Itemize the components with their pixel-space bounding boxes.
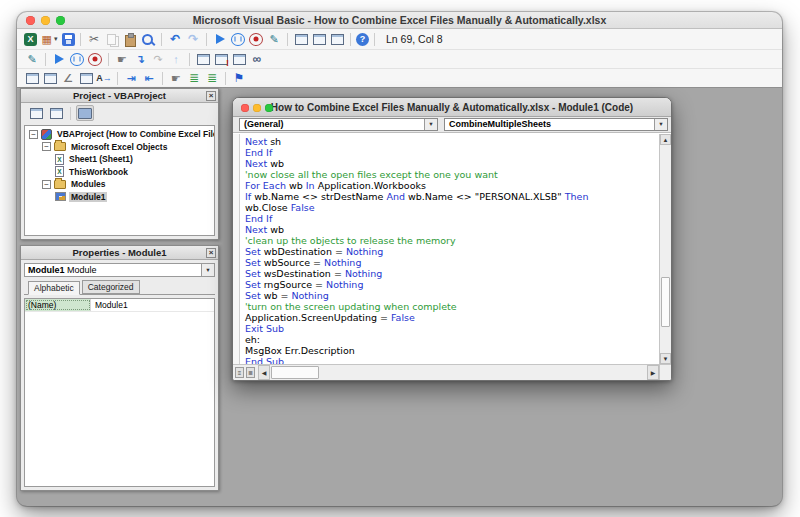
code-line: Set wbDestination = Nothing	[245, 246, 659, 257]
comment-block-icon[interactable]: ≣	[186, 71, 202, 86]
design-mode-icon[interactable]: ✎	[24, 52, 40, 67]
find-icon[interactable]	[140, 32, 156, 47]
expander-icon[interactable]: −	[42, 180, 51, 189]
quick-info-icon[interactable]: ∠	[60, 71, 76, 86]
break-icon[interactable]	[230, 32, 246, 47]
quick-watch-icon[interactable]: ∞	[249, 52, 265, 67]
expander-icon[interactable]: −	[42, 142, 51, 151]
uncomment-block-icon[interactable]: ≣	[204, 71, 220, 86]
view-excel-icon[interactable]: X	[24, 33, 37, 46]
close-button[interactable]	[26, 16, 35, 25]
outdent-icon[interactable]: ⇤	[141, 71, 157, 86]
redo-icon[interactable]: ↷	[185, 32, 201, 47]
tree-item[interactable]: −Modules	[25, 178, 214, 191]
step-out-icon[interactable]: ↑	[168, 52, 184, 67]
object-browser-icon[interactable]	[329, 32, 345, 47]
object-selector-dropdown[interactable]: Module1 Module ▼	[24, 263, 215, 277]
project-panel-toolbar	[21, 103, 218, 123]
properties-panel-titlebar[interactable]: Properties - Module1 ×	[21, 246, 218, 260]
project-explorer-icon[interactable]	[293, 32, 309, 47]
watch-window-icon[interactable]	[231, 52, 247, 67]
dropdown-arrow-icon[interactable]: ▼	[424, 119, 437, 130]
property-value-cell[interactable]: Module1	[91, 299, 214, 311]
scroll-left-arrow[interactable]: ◀	[258, 365, 270, 380]
parameter-info-icon[interactable]	[78, 71, 94, 86]
vertical-scroll-thumb[interactable]	[661, 277, 670, 328]
run-icon[interactable]	[51, 52, 67, 67]
save-icon[interactable]	[62, 33, 75, 46]
cut-icon[interactable]: ✂	[86, 32, 102, 47]
list-constants-icon[interactable]	[42, 71, 58, 86]
scroll-up-arrow[interactable]: ▲	[660, 134, 671, 145]
dropdown-arrow-icon[interactable]: ▼	[654, 119, 667, 130]
scrollbar-corner	[659, 365, 671, 380]
design-mode-icon[interactable]: ✎	[266, 32, 282, 47]
project-tree[interactable]: −VBAProject (How to Combine Excel Files …	[24, 125, 215, 236]
toggle-bookmark-icon[interactable]: ⚑	[231, 71, 247, 86]
step-over-icon[interactable]: ↷	[150, 52, 166, 67]
paste-icon[interactable]	[122, 32, 138, 47]
full-module-view-button[interactable]: ≣	[246, 367, 255, 378]
scroll-down-arrow[interactable]: ▼	[660, 353, 671, 364]
toggle-breakpoint-icon[interactable]: ☛	[168, 71, 184, 86]
code-line: Set rngSource = Nothing	[245, 279, 659, 290]
list-properties-icon[interactable]	[24, 71, 40, 86]
code-line: End If	[245, 147, 659, 158]
reset-icon[interactable]	[87, 52, 103, 67]
toggle-folders-icon[interactable]	[76, 105, 94, 121]
code-line: 'turn on the screen updating when comple…	[245, 301, 659, 312]
reset-icon[interactable]	[248, 32, 264, 47]
code-editor[interactable]: Next shEnd IfNext wb'now close all the o…	[240, 134, 659, 364]
properties-window-icon[interactable]	[311, 32, 327, 47]
app-titlebar[interactable]: Microsoft Visual Basic - How to Combine …	[17, 12, 782, 29]
tab-categorized[interactable]: Categorized	[82, 280, 140, 294]
procedure-dropdown-value: CombineMultipleSheets	[449, 119, 551, 129]
view-object-icon[interactable]	[47, 105, 65, 121]
minimize-button[interactable]	[41, 16, 50, 25]
undo-icon[interactable]: ↶	[167, 32, 183, 47]
scroll-right-arrow[interactable]: ▶	[647, 365, 659, 380]
zoom-button[interactable]	[265, 104, 273, 112]
code-line: For Each wb In Application.Workbooks	[245, 180, 659, 191]
zoom-button[interactable]	[56, 16, 65, 25]
tree-item[interactable]: −VBAProject (How to Combine Excel Files …	[25, 128, 214, 141]
immediate-window-icon[interactable]	[213, 52, 229, 67]
break-icon[interactable]	[69, 52, 85, 67]
minimize-button[interactable]	[253, 104, 261, 112]
complete-word-icon[interactable]: A	[96, 71, 112, 86]
tree-item-label: ThisWorkbook	[67, 167, 130, 177]
close-button[interactable]	[241, 104, 249, 112]
indent-icon[interactable]: ⇥	[123, 71, 139, 86]
object-dropdown[interactable]: (General) ▼	[239, 118, 438, 131]
panel-close-button[interactable]: ×	[206, 248, 216, 258]
expander-icon[interactable]: −	[29, 130, 38, 139]
help-icon[interactable]: ?	[356, 33, 369, 46]
dropdown-arrow-icon[interactable]: ▼	[201, 264, 214, 276]
run-icon[interactable]	[212, 32, 228, 47]
code-window-title: How to Combine Excel Files Manually & Au…	[233, 98, 671, 117]
code-line: End Sub	[245, 356, 659, 364]
horizontal-scroll-thumb[interactable]	[271, 366, 319, 379]
standard-toolbar: X▦✂↶↷✎? Ln 69, Col 8	[17, 29, 782, 50]
tab-alphabetic[interactable]: Alphabetic	[28, 281, 80, 295]
tree-item[interactable]: XThisWorkbook	[25, 166, 214, 179]
copy-icon[interactable]	[104, 32, 120, 47]
insert-userform-icon[interactable]: ▦	[39, 32, 60, 47]
code-window-titlebar[interactable]: How to Combine Excel Files Manually & Au…	[233, 98, 671, 117]
procedure-dropdown[interactable]: CombineMultipleSheets ▼	[444, 118, 668, 131]
locals-window-icon[interactable]	[195, 52, 211, 67]
step-into-icon[interactable]: ↴	[132, 52, 148, 67]
toolbar-separator	[225, 72, 226, 85]
tree-item[interactable]: Module1	[25, 191, 214, 204]
procedure-view-button[interactable]: ≡	[235, 367, 244, 378]
panel-close-button[interactable]: ×	[206, 91, 216, 101]
code-line: wb.Close False	[245, 202, 659, 213]
horizontal-scrollbar[interactable]: ◀ ▶	[258, 365, 659, 380]
tree-item[interactable]: XSheet1 (Sheet1)	[25, 153, 214, 166]
toggle-breakpoint-icon[interactable]: ☛	[114, 52, 130, 67]
vertical-scrollbar[interactable]: ▲ ▼	[659, 134, 671, 364]
project-panel-titlebar[interactable]: Project - VBAProject ×	[21, 89, 218, 103]
property-name-cell[interactable]: (Name)	[25, 299, 91, 311]
tree-item[interactable]: −Microsoft Excel Objects	[25, 141, 214, 154]
view-code-icon[interactable]	[27, 105, 45, 121]
